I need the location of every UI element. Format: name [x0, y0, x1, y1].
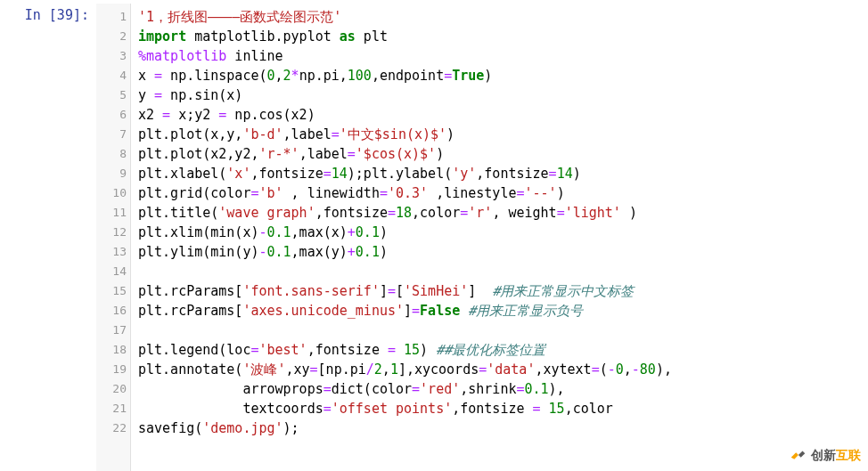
line-number-gutter: 12345678910111213141516171819202122 — [96, 4, 131, 471]
code-line: plt.annotate('波峰',xy=[np.pi/2,1],xycoord… — [138, 360, 868, 379]
code-line: plt.xlim(min(x)-0.1,max(x)+0.1) — [138, 223, 868, 242]
code-line: arrowprops=dict(color='red',shrink=0.1), — [138, 379, 868, 399]
line-number: 3 — [96, 46, 127, 66]
line-number: 10 — [96, 183, 127, 203]
code-line: x = np.linspace(0,2*np.pi,100,endpoint=T… — [138, 66, 868, 85]
line-number: 16 — [96, 301, 127, 321]
code-line — [138, 321, 868, 340]
code-line — [138, 262, 868, 281]
code-line: savefig('demo.jpg'); — [138, 418, 868, 438]
line-number: 8 — [96, 144, 127, 164]
prompt-number: [39]: — [49, 7, 89, 23]
prompt-label: In — [25, 7, 41, 23]
code-line: plt.grid(color='b' , linewidth='0.3' ,li… — [138, 183, 868, 203]
line-number: 12 — [96, 223, 127, 242]
line-number: 20 — [96, 379, 127, 399]
code-line: %matplotlib inline — [138, 46, 868, 66]
code-line: plt.rcParams['font.sans-serif']=['SimHei… — [138, 281, 868, 301]
logo-text: 创新 — [811, 448, 836, 464]
cell-prompt: In [39]: — [0, 4, 96, 471]
line-number: 2 — [96, 27, 127, 46]
code-line: plt.ylim(min(y)-0.1,max(y)+0.1) — [138, 242, 868, 262]
line-number: 21 — [96, 399, 127, 418]
code-line: import matplotlib.pyplot as plt — [138, 27, 868, 46]
logo-text: 互联 — [836, 448, 861, 464]
code-line: plt.plot(x,y,'b-d',label='中文$sin(x)$') — [138, 125, 868, 144]
watermark-logo: 创新互联 — [788, 446, 861, 466]
code-line: textcoords='offset points',fontsize = 15… — [138, 399, 868, 418]
logo-icon — [788, 446, 807, 466]
line-number: 4 — [96, 66, 127, 85]
line-number: 9 — [96, 164, 127, 183]
code-line: '1，折线图————函数式绘图示范' — [138, 7, 868, 27]
line-number: 18 — [96, 340, 127, 360]
line-number: 5 — [96, 85, 127, 105]
code-line: plt.legend(loc='best',fontsize = 15) ##最… — [138, 340, 868, 360]
code-editor[interactable]: '1，折线图————函数式绘图示范' import matplotlib.pyp… — [131, 4, 868, 471]
line-number: 1 — [96, 7, 127, 27]
code-line: plt.xlabel('x',fontsize=14);plt.ylabel('… — [138, 164, 868, 183]
code-line: plt.plot(x2,y2,'r-*',label='$cos(x)$') — [138, 144, 868, 164]
code-line: x2 = x;y2 = np.cos(x2) — [138, 105, 868, 125]
line-number: 13 — [96, 242, 127, 262]
line-number: 19 — [96, 360, 127, 379]
notebook-cell: In [39]: 1234567891011121314151617181920… — [0, 0, 868, 471]
code-line: plt.title('wave graph',fontsize=18,color… — [138, 203, 868, 223]
line-number: 17 — [96, 321, 127, 340]
code-line: y = np.sin(x) — [138, 85, 868, 105]
line-number: 14 — [96, 262, 127, 281]
line-number: 7 — [96, 125, 127, 144]
code-line: plt.rcParams['axes.unicode_minus']=False… — [138, 301, 868, 321]
line-number: 22 — [96, 418, 127, 438]
line-number: 15 — [96, 281, 127, 301]
line-number: 6 — [96, 105, 127, 125]
line-number: 11 — [96, 203, 127, 223]
